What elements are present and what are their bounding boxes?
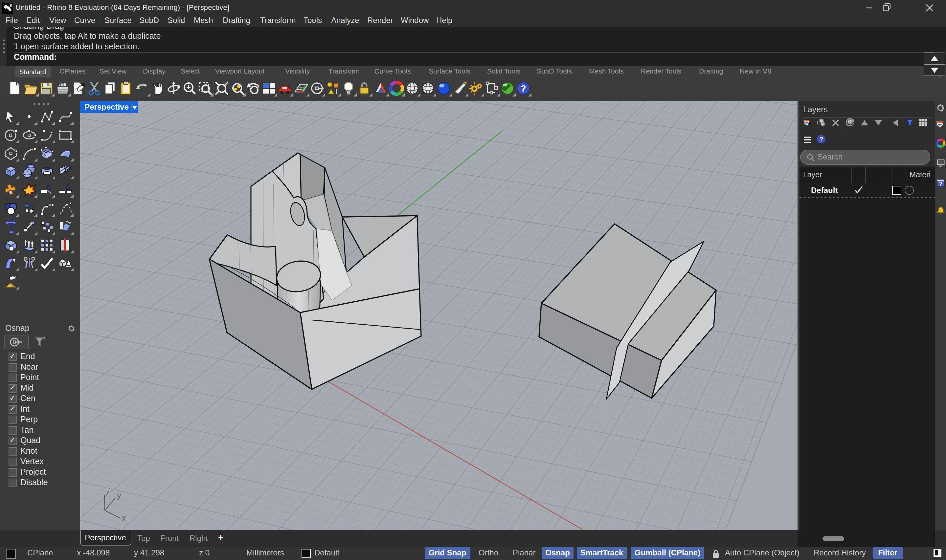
svg-text:z: z xyxy=(105,488,109,498)
svg-text:x: x xyxy=(121,513,125,523)
svg-text:8: 8 xyxy=(9,3,11,8)
svg-text:?: ? xyxy=(819,135,823,143)
svg-text:y: y xyxy=(117,491,121,501)
svg-text:?: ? xyxy=(939,180,942,187)
svg-text:?: ? xyxy=(521,83,526,93)
